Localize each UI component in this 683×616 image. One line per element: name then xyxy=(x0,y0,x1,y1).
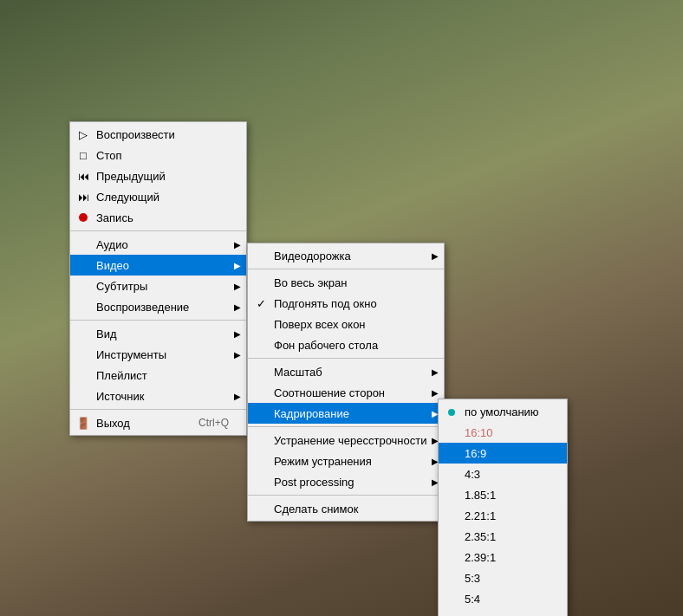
submenu-arrow: ▶ xyxy=(234,350,241,360)
submenu-arrow: ▶ xyxy=(432,388,439,398)
menu-item-crop-16-9[interactable]: 16:9 xyxy=(439,443,567,464)
submenu-arrow: ▶ xyxy=(234,329,241,339)
menu-item-crop-16-10[interactable]: 16:10 xyxy=(439,422,567,443)
menu-item-crop-5-4[interactable]: 5:4 xyxy=(439,588,567,609)
menu-item-crop-default[interactable]: по умолчанию xyxy=(439,401,567,422)
submenu-arrow: ▶ xyxy=(234,261,241,270)
separator-3 xyxy=(70,409,246,410)
separator-1 xyxy=(70,230,246,231)
prev-icon: ⏮ xyxy=(75,170,91,183)
menu-item-deinterlacemode[interactable]: Режим устранения ▶ xyxy=(248,451,444,471)
menu-item-record[interactable]: Запись xyxy=(70,207,246,228)
context-menu-video: Видеодорожка ▶ Во весь экран ✓ Подгонять… xyxy=(247,243,445,522)
menu-item-ontop[interactable]: Поверх всех окон xyxy=(248,314,444,334)
menu-item-videotrack[interactable]: Видеодорожка ▶ xyxy=(248,245,444,266)
menu-item-next[interactable]: ⏭ Следующий xyxy=(70,186,246,207)
menu-item-crop-2-35-1[interactable]: 2.35:1 xyxy=(439,526,567,547)
submenu-arrow: ▶ xyxy=(234,302,241,312)
next-icon: ⏭ xyxy=(75,191,91,204)
separator-v2 xyxy=(248,358,444,359)
menu-item-crop-2-39-1[interactable]: 2.39:1 xyxy=(439,547,567,567)
menu-item-zoom[interactable]: Масштаб ▶ xyxy=(248,361,444,382)
menu-item-stop[interactable]: □ Стоп xyxy=(70,145,246,165)
menu-item-tools[interactable]: Инструменты ▶ xyxy=(70,344,246,365)
menu-item-snapshot[interactable]: Сделать снимок xyxy=(248,498,444,519)
menu-item-fitwindow[interactable]: ✓ Подгонять под окно xyxy=(248,293,444,314)
menu-item-crop-5-3[interactable]: 5:3 xyxy=(439,567,567,588)
menu-item-crop-1-85-1[interactable]: 1.85:1 xyxy=(439,484,567,505)
menu-item-postprocessing[interactable]: Post processing ▶ xyxy=(248,471,444,492)
menu-item-subtitles[interactable]: Субтитры ▶ xyxy=(70,276,246,296)
menu-item-wallpaper[interactable]: Фон рабочего стола xyxy=(248,334,444,355)
check-icon: ✓ xyxy=(253,297,269,310)
separator-v4 xyxy=(248,495,444,496)
separator-v1 xyxy=(248,269,444,269)
record-icon xyxy=(75,211,91,224)
dot-icon xyxy=(444,405,459,418)
menu-item-crop[interactable]: Кадрирование ▶ xyxy=(248,403,444,424)
submenu-arrow: ▶ xyxy=(432,367,439,377)
context-menu-crop: по умолчанию 16:10 16:9 4:3 1.85:1 2.21:… xyxy=(438,399,568,616)
menu-item-aspect[interactable]: Соотношение сторон ▶ xyxy=(248,382,444,403)
menu-item-play[interactable]: ▷ Воспроизвести xyxy=(70,124,246,145)
menu-item-view[interactable]: Вид ▶ xyxy=(70,323,246,344)
menu-item-crop-2-21-1[interactable]: 2.21:1 xyxy=(439,505,567,526)
context-menu-main: ▷ Воспроизвести □ Стоп ⏮ Предыдущий ⏭ Сл… xyxy=(69,121,247,436)
menu-item-deinterlace[interactable]: Устранение чересстрочности ▶ xyxy=(248,430,444,451)
menu-item-prev[interactable]: ⏮ Предыдущий xyxy=(70,165,246,186)
submenu-arrow: ▶ xyxy=(234,282,241,291)
exit-icon: 🚪 xyxy=(75,417,91,430)
menu-item-crop-4-3[interactable]: 4:3 xyxy=(439,464,567,484)
menu-item-playlist[interactable]: Плейлист xyxy=(70,365,246,386)
menu-item-playback[interactable]: Воспроизведение ▶ xyxy=(70,296,246,317)
separator-2 xyxy=(70,320,246,321)
menu-item-audio[interactable]: Аудио ▶ xyxy=(70,234,246,255)
menu-item-exit[interactable]: 🚪 Выход Ctrl+Q xyxy=(70,412,246,433)
separator-v3 xyxy=(248,426,444,427)
submenu-arrow: ▶ xyxy=(234,240,241,250)
play-icon: ▷ xyxy=(75,128,91,141)
menu-item-video[interactable]: Видео ▶ xyxy=(70,255,246,276)
menu-item-source[interactable]: Источник ▶ xyxy=(70,386,246,406)
menu-item-crop-1-1[interactable]: 1:1 xyxy=(439,609,567,616)
submenu-arrow: ▶ xyxy=(432,251,439,261)
submenu-arrow: ▶ xyxy=(234,392,241,401)
menu-item-fullscreen[interactable]: Во весь экран xyxy=(248,272,444,293)
stop-icon: □ xyxy=(75,149,91,162)
